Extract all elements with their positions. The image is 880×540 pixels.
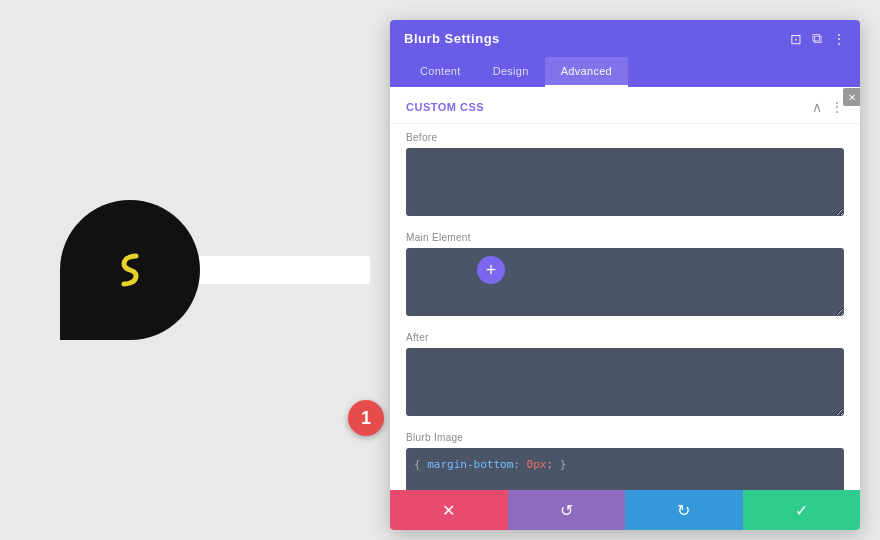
panel-body: Custom CSS ∧ ⋮ Before Main Element After…: [390, 87, 860, 490]
blurb-image-css-input[interactable]: [406, 448, 844, 490]
panel-footer: ✕ ↺ ↻ ✓: [390, 490, 860, 530]
expand-icon[interactable]: ⧉: [812, 30, 822, 47]
section-controls: ∧ ⋮: [812, 99, 844, 115]
before-label: Before: [406, 132, 844, 143]
blurb-logo-icon: [106, 246, 154, 294]
blurb-icon-bg: [60, 200, 200, 340]
step-badge: 1: [348, 400, 384, 436]
responsive-icon[interactable]: ⊡: [790, 31, 802, 47]
more-options-icon[interactable]: ⋮: [832, 31, 846, 47]
section-more-icon[interactable]: ⋮: [830, 99, 844, 115]
panel-tabs: Content Design Advanced: [390, 57, 860, 87]
main-element-label: Main Element: [406, 232, 844, 243]
close-panel-button[interactable]: ✕: [843, 88, 860, 106]
section-title: Custom CSS: [406, 101, 484, 113]
blurb-image-label: Blurb Image: [406, 432, 844, 443]
settings-panel: ✕ Blurb Settings ⊡ ⧉ ⋮ Content Design Ad…: [390, 20, 860, 530]
cancel-button[interactable]: ✕: [390, 490, 508, 530]
panel-header: Blurb Settings ⊡ ⧉ ⋮: [390, 20, 860, 57]
tab-design[interactable]: Design: [477, 57, 545, 87]
before-css-input[interactable]: [406, 148, 844, 216]
panel-title: Blurb Settings: [404, 31, 500, 46]
collapse-section-icon[interactable]: ∧: [812, 99, 822, 115]
tab-advanced[interactable]: Advanced: [545, 57, 628, 87]
tab-content[interactable]: Content: [404, 57, 477, 87]
add-module-button[interactable]: +: [477, 256, 505, 284]
css-fields: Before Main Element After Blurb Image { …: [390, 124, 860, 490]
save-button[interactable]: ✓: [743, 490, 861, 530]
header-icons: ⊡ ⧉ ⋮: [790, 30, 846, 47]
after-label: After: [406, 332, 844, 343]
blurb-module: [60, 200, 200, 340]
after-css-input[interactable]: [406, 348, 844, 416]
reset-button[interactable]: ↺: [508, 490, 626, 530]
custom-css-section-header: Custom CSS ∧ ⋮: [390, 87, 860, 124]
redo-button[interactable]: ↻: [625, 490, 743, 530]
main-element-css-input[interactable]: [406, 248, 844, 316]
